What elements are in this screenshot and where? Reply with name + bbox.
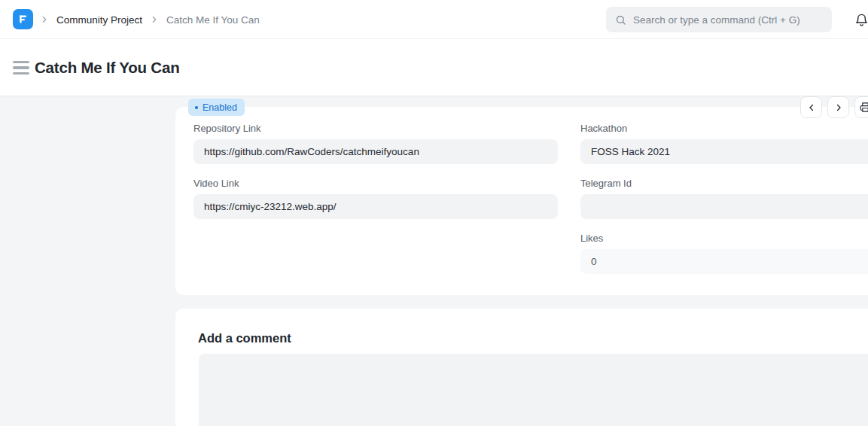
top-navbar: Community Project Catch Me If You Can — [0, 0, 868, 39]
breadcrumb-separator-icon — [149, 14, 160, 25]
status-badge-label: Enabled — [203, 102, 237, 113]
form-details-card: Repository Link Video Link Hackathon Tel… — [175, 107, 868, 295]
prev-document-button[interactable] — [800, 96, 822, 118]
repository-link-input[interactable] — [193, 139, 558, 164]
app-window: Community Project Catch Me If You Can Ca… — [0, 0, 868, 426]
likes-value: 0 — [580, 249, 868, 274]
search-input[interactable] — [633, 14, 823, 26]
chevron-left-icon — [806, 102, 817, 113]
next-document-button[interactable] — [827, 96, 849, 118]
hamburger-menu-icon[interactable] — [13, 61, 29, 75]
status-dot-icon — [195, 106, 198, 109]
add-comment-heading: Add a comment — [198, 331, 291, 345]
search-icon — [615, 14, 626, 26]
print-button[interactable] — [854, 96, 868, 118]
comments-card: Add a comment — [175, 309, 868, 426]
comment-input[interactable] — [199, 354, 868, 426]
breadcrumb-separator-icon — [39, 14, 50, 25]
hackathon-label: Hackathon — [580, 123, 627, 134]
status-badge: Enabled — [188, 99, 245, 116]
form-body: Repository Link Video Link Hackathon Tel… — [0, 97, 868, 426]
hackathon-input[interactable] — [580, 139, 868, 164]
telegram-id-input[interactable] — [580, 194, 868, 219]
printer-icon — [860, 102, 868, 113]
video-link-input[interactable] — [193, 194, 558, 219]
global-search[interactable] — [606, 7, 832, 32]
form-column-right: Hackathon Telegram Id Likes 0 — [580, 107, 868, 295]
repository-link-label: Repository Link — [193, 123, 261, 134]
breadcrumb-item-community-project[interactable]: Community Project — [56, 14, 142, 26]
video-link-label: Video Link — [193, 178, 239, 189]
breadcrumb-item-current-doc: Catch Me If You Can — [166, 14, 260, 26]
likes-label: Likes — [580, 233, 603, 244]
frappe-logo-icon[interactable] — [13, 9, 33, 29]
telegram-id-label: Telegram Id — [580, 178, 632, 189]
page-header: Catch Me If You Can Enabled — [0, 39, 868, 96]
form-column-left: Repository Link Video Link — [193, 107, 558, 295]
notifications-bell-icon[interactable] — [852, 8, 868, 31]
chevron-right-icon — [833, 102, 844, 113]
breadcrumb: Community Project Catch Me If You Can — [39, 0, 260, 39]
page-title: Catch Me If You Can — [35, 59, 180, 77]
